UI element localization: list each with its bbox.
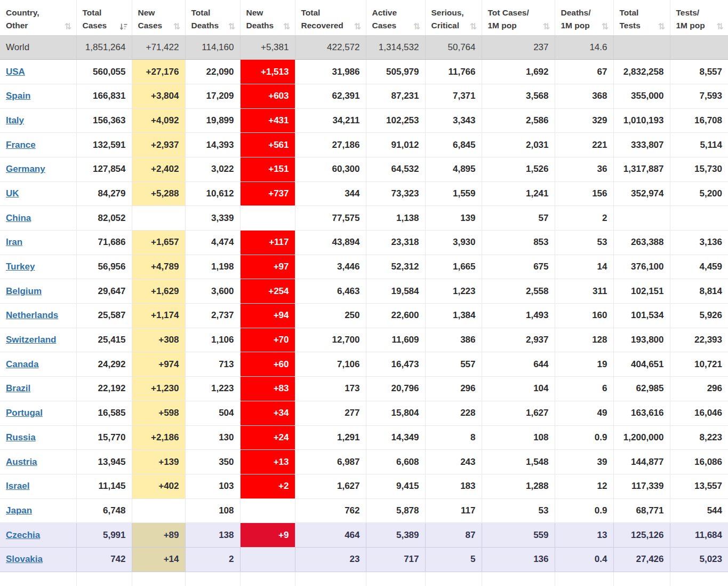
cell-empty [613, 572, 670, 586]
country-link-spain[interactable]: Spain [6, 91, 30, 101]
country-link-portugal[interactable]: Portugal [6, 408, 43, 418]
cell-country: Czechia [0, 523, 76, 548]
covid-stats-table: Country,Other⇅TotalCasesNewCases⇅TotalDe… [0, 0, 728, 586]
cell-total_tests: 404,651 [613, 352, 670, 377]
country-link-netherlands[interactable]: Netherlands [6, 310, 58, 320]
country-link-russia[interactable]: Russia [6, 432, 36, 442]
column-header-total_tests[interactable]: TotalTests⇅ [613, 0, 670, 35]
cell-total_tests: 27,426 [613, 547, 670, 572]
country-link-japan[interactable]: Japan [6, 505, 32, 516]
cell-active_cases: 19,584 [366, 279, 425, 304]
cell-total_cases: 29,647 [76, 279, 132, 304]
cell-new_deaths: +737 [240, 181, 295, 206]
column-header-total_deaths[interactable]: TotalDeaths⇅ [185, 0, 240, 35]
country-link-belgium[interactable]: Belgium [6, 286, 42, 296]
cell-cases_1m: 1,241 [482, 181, 555, 206]
table-row-germany: Germany127,854+2,4023,022+15160,30064,53… [0, 157, 728, 181]
sort-updown-icon[interactable]: ⇅ [658, 22, 665, 33]
column-header-new_deaths[interactable]: NewDeaths⇅ [240, 0, 295, 35]
sort-updown-icon[interactable]: ⇅ [543, 22, 550, 33]
cell-total_tests: 102,151 [613, 279, 670, 304]
cell-total_recovered: 7,106 [295, 352, 366, 377]
country-link-italy[interactable]: Italy [6, 115, 24, 125]
cell-total_deaths: 138 [185, 523, 240, 548]
cell-tests_1m: 5,114 [670, 133, 728, 157]
cell-deaths_1m: 368 [555, 84, 613, 108]
sort-updown-icon[interactable]: ⇅ [283, 22, 290, 33]
table-row-slovakia: Slovakia742+1422371751360.427,4265,023 [0, 547, 728, 572]
cell-tests_1m: 8,223 [670, 425, 728, 450]
column-label-new_cases: NewCases [138, 6, 163, 33]
cell-new_deaths: +603 [240, 84, 295, 108]
country-link-china[interactable]: China [6, 213, 31, 223]
column-label-new_deaths: NewDeaths [246, 6, 274, 33]
cell-country: China [0, 206, 76, 231]
country-link-slovakia[interactable]: Slovakia [6, 554, 43, 564]
country-link-austria[interactable]: Austria [6, 457, 37, 467]
cell-new_cases: +2,186 [132, 425, 185, 450]
cell-serious_critical: 1,559 [425, 181, 482, 206]
cell-new_cases: +71,422 [132, 35, 185, 60]
cell-total_cases: 82,052 [76, 206, 132, 231]
column-header-total_cases[interactable]: TotalCases [76, 0, 132, 35]
cell-serious_critical: 4,895 [425, 157, 482, 181]
cell-tests_1m [670, 206, 728, 231]
sort-desc-icon[interactable] [119, 23, 127, 33]
sort-updown-icon[interactable]: ⇅ [602, 22, 609, 33]
column-header-deaths_1m[interactable]: Deaths/1M pop⇅ [555, 0, 613, 35]
header-row: Country,Other⇅TotalCasesNewCases⇅TotalDe… [0, 0, 728, 35]
cell-active_cases: 22,600 [366, 304, 425, 328]
sort-updown-icon[interactable]: ⇅ [717, 22, 724, 33]
column-header-serious_critical[interactable]: Serious,Critical⇅ [425, 0, 482, 35]
cell-new_deaths: +13 [240, 450, 295, 474]
column-header-tests_1m[interactable]: Tests/1M pop⇅ [670, 0, 728, 35]
cell-active_cases: 52,312 [366, 255, 425, 279]
cell-deaths_1m: 12 [555, 474, 613, 498]
cell-deaths_1m: 128 [555, 328, 613, 352]
country-link-usa[interactable]: USA [6, 67, 25, 77]
column-header-active_cases[interactable]: ActiveCases⇅ [366, 0, 425, 35]
country-link-turkey[interactable]: Turkey [6, 262, 35, 272]
cell-new_cases: +3,804 [132, 84, 185, 108]
country-link-czechia[interactable]: Czechia [6, 530, 40, 540]
cell-total_recovered: 3,446 [295, 255, 366, 279]
sort-updown-icon[interactable]: ⇅ [228, 22, 235, 33]
cell-total_deaths: 130 [185, 425, 240, 450]
country-link-uk[interactable]: UK [6, 188, 19, 199]
cell-new_cases: +4,789 [132, 255, 185, 279]
cell-empty [185, 572, 240, 586]
cell-total_tests: 62,985 [613, 377, 670, 401]
country-link-iran[interactable]: Iran [6, 237, 22, 247]
country-link-france[interactable]: France [6, 140, 36, 150]
sort-updown-icon[interactable]: ⇅ [65, 22, 71, 33]
column-header-cases_1m[interactable]: Tot Cases/1M pop⇅ [482, 0, 555, 35]
column-header-country[interactable]: Country,Other⇅ [0, 0, 76, 35]
sort-updown-icon[interactable]: ⇅ [354, 22, 361, 33]
cell-total_tests: 1,010,193 [613, 108, 670, 133]
cell-total_tests: 144,877 [613, 450, 670, 474]
cell-new_cases: +1,230 [132, 377, 185, 401]
sort-updown-icon[interactable]: ⇅ [173, 22, 180, 33]
country-link-israel[interactable]: Israel [6, 481, 29, 491]
cell-active_cases: 23,318 [366, 231, 425, 255]
country-link-brazil[interactable]: Brazil [6, 383, 30, 393]
country-link-germany[interactable]: Germany [6, 164, 45, 174]
cell-new_deaths: +9 [240, 523, 295, 548]
cell-country: Italy [0, 108, 76, 133]
cell-total_recovered: 6,987 [295, 450, 366, 474]
cell-total_deaths: 17,209 [185, 84, 240, 108]
country-link-canada[interactable]: Canada [6, 359, 38, 369]
cell-new_deaths: +70 [240, 328, 295, 352]
country-link-switzerland[interactable]: Switzerland [6, 335, 56, 345]
sort-updown-icon[interactable]: ⇅ [413, 22, 420, 33]
column-header-total_recovered[interactable]: TotalRecovered⇅ [295, 0, 366, 35]
cell-empty [76, 572, 132, 586]
column-label-country: Country,Other [6, 6, 39, 33]
cell-total_deaths: 22,090 [185, 60, 240, 84]
cell-total_cases: 742 [76, 547, 132, 572]
cell-new_deaths: +60 [240, 352, 295, 377]
sort-updown-icon[interactable]: ⇅ [470, 22, 477, 33]
cell-serious_critical: 3,930 [425, 231, 482, 255]
column-header-new_cases[interactable]: NewCases⇅ [132, 0, 185, 35]
cell-total_deaths: 3,339 [185, 206, 240, 231]
